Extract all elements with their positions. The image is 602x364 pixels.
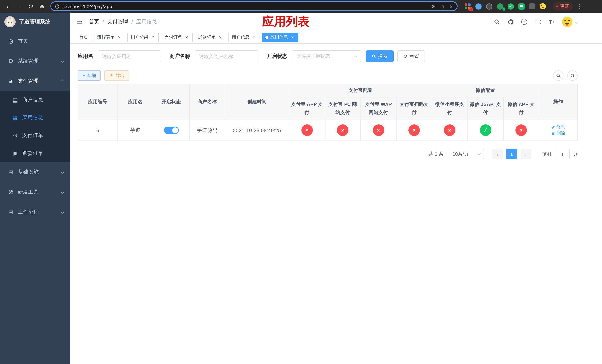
sidebar-item-pay-orders[interactable]: ⊙ 支付订单 [0, 127, 70, 144]
refresh-icon [28, 3, 33, 9]
col-group-alipay: 支付宝配置 [289, 84, 432, 97]
col-header-merchant: 商户名称 [189, 84, 225, 120]
status-switch[interactable] [164, 127, 179, 134]
browser-toolbar: ← → localhost:1024/pay/app ☆ 10 [0, 0, 602, 13]
close-icon[interactable]: × [117, 35, 122, 40]
sidebar-item-refund-orders[interactable]: ▣ 退款订单 [0, 144, 70, 162]
browser-window: ← → localhost:1024/pay/app ☆ 10 [0, 0, 602, 364]
close-icon[interactable]: × [184, 35, 189, 40]
page-size-select[interactable]: 10条/页 [449, 149, 484, 159]
help-icon[interactable]: ? [521, 18, 528, 26]
avatar-emoji-icon [562, 16, 573, 27]
extension-drop-icon[interactable] [475, 3, 482, 10]
export-button[interactable]: 导出 [104, 70, 129, 81]
next-page-button[interactable]: › [521, 149, 531, 159]
url-text[interactable]: localhost:1024/pay/app [63, 3, 429, 9]
fullscreen-icon[interactable] [534, 18, 542, 26]
sidebar-item-payment[interactable]: ¥ 支付管理 [0, 71, 70, 91]
extension-avatar-icon[interactable]: 1 [496, 3, 503, 10]
alipay-app-status-icon: × [301, 124, 313, 136]
chevron-down-icon [61, 171, 64, 174]
close-icon[interactable]: × [150, 35, 155, 40]
extension-grid-icon[interactable]: 10 [464, 3, 471, 10]
extension-emoji-icon[interactable] [539, 3, 546, 10]
app-logo[interactable]: 芋道管理系统 [0, 13, 70, 31]
close-icon[interactable]: × [218, 35, 223, 40]
gear-icon: ⚙ [7, 58, 15, 64]
search-icon [372, 54, 376, 58]
font-size-icon[interactable]: TT [548, 18, 555, 26]
yen-icon: ¥ [7, 78, 15, 84]
app-name-input-wrap [98, 50, 161, 62]
prev-page-button[interactable]: ‹ [492, 149, 503, 159]
extension-dark-icon[interactable] [486, 3, 492, 10]
tab-merchant-info[interactable]: 商户信息 × [228, 32, 260, 42]
browser-update-button[interactable]: 更新 [553, 2, 573, 11]
bookmark-star-icon[interactable]: ☆ [449, 3, 453, 9]
toggle-search-button[interactable] [553, 70, 563, 81]
trash-icon [551, 131, 555, 135]
search-button[interactable]: 搜索 [366, 50, 394, 62]
tab-home[interactable]: 首页 [76, 32, 91, 42]
reset-button[interactable]: 重置 [397, 50, 425, 62]
refresh-table-button[interactable] [567, 70, 578, 81]
tab-process-form[interactable]: 流程表单 × [94, 32, 125, 42]
cell-ops: 修改 删除 [539, 120, 577, 140]
col-header-alipay-app: 支付宝 APP 支付 [289, 97, 325, 120]
home-icon [39, 3, 45, 9]
page-number-button[interactable]: 1 [506, 149, 517, 159]
search-form: 应用名 商户名称 开启状态 请选择开启状态 [78, 50, 578, 62]
search-icon[interactable] [493, 18, 501, 26]
extension-check-icon[interactable]: ✓ [507, 3, 514, 10]
app-title: 芋道管理系统 [19, 19, 50, 25]
browser-forward-button[interactable]: → [15, 1, 24, 11]
tab-user-group[interactable]: 用户分组 × [127, 32, 159, 42]
col-header-wechat-mini: 微信小程序支付 [432, 97, 467, 120]
user-avatar[interactable] [562, 16, 578, 27]
tab-refund-orders[interactable]: 退款订单 × [195, 32, 226, 42]
sidebar-item-merchant-info[interactable]: ▤ 商户信息 [0, 91, 70, 109]
edit-link[interactable]: 修改 [551, 124, 565, 130]
sidebar-item-infrastructure[interactable]: ⊞ 基础设施 [0, 162, 70, 182]
address-bar[interactable]: localhost:1024/pay/app ☆ [50, 1, 458, 11]
browser-back-button[interactable]: ← [4, 1, 13, 11]
sidebar-menu: ◷ 首页 ⚙ 系统管理 ¥ 支付管理 ▤ 商户信息 [0, 31, 70, 222]
cell-id: 6 [78, 120, 118, 140]
status-select[interactable]: 请选择开启状态 [292, 50, 361, 62]
breadcrumb-current: 应用信息 [136, 19, 157, 25]
sidebar-item-app-info[interactable]: ▦ 应用信息 [0, 109, 70, 127]
cell-name: 芋道 [118, 120, 153, 140]
col-header-id: 应用编号 [78, 84, 118, 120]
goto-page-input[interactable] [555, 149, 570, 159]
github-icon[interactable] [507, 18, 514, 26]
tab-app-info[interactable]: 应用信息 × [262, 32, 298, 42]
merchant-name-input[interactable] [199, 54, 254, 59]
app-table: 应用编号 应用名 开启状态 商户名称 创建时间 支付宝配置 微信配置 操作 支付… [78, 84, 578, 141]
browser-menu-icon[interactable]: ⋮ [577, 3, 582, 9]
site-info-icon[interactable] [55, 4, 60, 9]
hamburger-icon[interactable] [70, 18, 89, 26]
browser-refresh-button[interactable] [26, 1, 35, 11]
toolbox-icon: ⚒ [7, 189, 15, 195]
sidebar-item-system[interactable]: ⚙ 系统管理 [0, 51, 70, 71]
app-name-input[interactable] [102, 54, 157, 59]
delete-link[interactable]: 删除 [551, 130, 565, 137]
tab-pay-orders[interactable]: 支付订单 × [161, 32, 193, 42]
extension-puzzle-icon[interactable] [529, 3, 535, 10]
col-header-ops: 操作 [539, 84, 577, 120]
share-icon[interactable] [440, 4, 445, 9]
close-icon[interactable]: × [251, 35, 257, 40]
breadcrumb-payment[interactable]: 支付管理 [107, 19, 128, 25]
browser-home-button[interactable] [37, 1, 47, 11]
add-button[interactable]: + 新增 [78, 70, 101, 81]
merchant-name-label: 商户名称 [170, 53, 190, 60]
extension-chat-icon[interactable] [518, 3, 525, 10]
close-icon[interactable]: × [290, 35, 295, 40]
sidebar-item-workflow[interactable]: ⊟ 工作流程 [0, 202, 70, 222]
chevron-down-icon [354, 54, 357, 57]
sidebar-item-home[interactable]: ◷ 首页 [0, 31, 70, 51]
sidebar-item-dev-tools[interactable]: ⚒ 研发工具 [0, 182, 70, 202]
password-key-icon[interactable] [431, 4, 436, 9]
col-header-wechat-app: 微信 APP 支付 [503, 97, 539, 120]
breadcrumb-home[interactable]: 首页 [89, 19, 99, 25]
